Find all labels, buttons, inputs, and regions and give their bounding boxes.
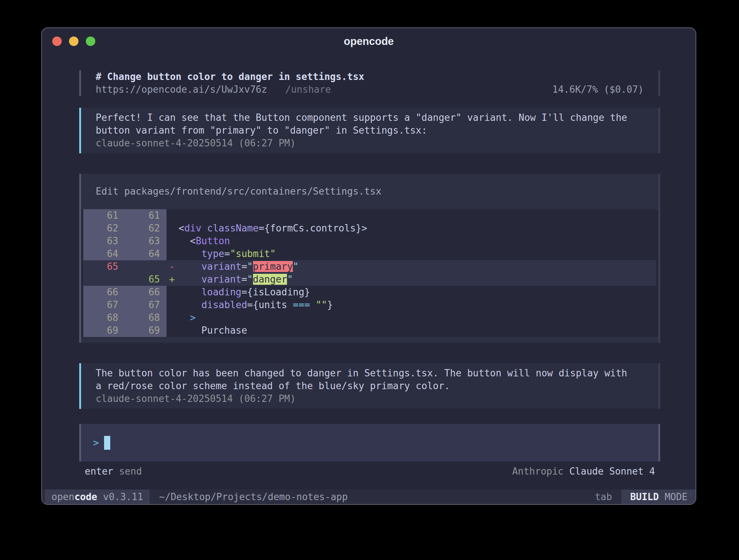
unshare-command[interactable]: /unshare [285, 84, 331, 95]
code-token [179, 261, 202, 272]
share-url[interactable]: https://opencode.ai/s/UwJxv76z [96, 84, 267, 95]
line-number-old: 66 [83, 286, 125, 299]
app-version: v0.3.11 [103, 491, 143, 502]
code-token [310, 299, 316, 310]
diff-row: 6767 disabled={units === ""} [83, 299, 656, 311]
diff-sign [166, 209, 179, 222]
code-token: Purchase [179, 325, 247, 336]
model-indicator: Anthropic Claude Sonnet 4 [512, 465, 655, 478]
share-url-group: https://opencode.ai/s/UwJxv76z /unshare [96, 83, 331, 96]
diff-sign [166, 286, 179, 299]
zoom-window-button[interactable] [86, 37, 95, 46]
line-number-old: 68 [83, 311, 125, 324]
code-line: disabled={units === ""} [179, 299, 333, 311]
line-number-new [125, 260, 166, 273]
diff-row: 6161 [83, 209, 656, 222]
prompt-input[interactable]: > [79, 424, 660, 461]
message-model-timestamp: claude-sonnet-4-20250514 (06:27 PM) [96, 137, 644, 150]
code-token: = [241, 274, 247, 285]
mode-label-build: BUILD [630, 491, 659, 502]
code-token: } [327, 299, 333, 310]
diff-row: 6262<div className={formCs.controls}> [83, 222, 656, 235]
line-number-new: 67 [125, 299, 166, 311]
terminal-window: opencode # Change button color to danger… [41, 27, 696, 505]
code-token: ={formCs.controls}> [259, 223, 367, 234]
edit-tool-header: Edit packages/frontend/src/containers/Se… [81, 174, 658, 209]
diff-row: 6868 > [83, 311, 656, 324]
code-token: variant [202, 261, 242, 272]
working-directory: ~/Desktop/Projects/demo-notes-app [159, 491, 348, 502]
app-version-chip: opencode v0.3.11 [45, 490, 150, 504]
traffic-lights [52, 28, 95, 54]
code-token [179, 274, 202, 285]
assistant-message: Perfect! I can see that the Button compo… [79, 108, 660, 153]
assistant-message: The button color has been changed to dan… [79, 363, 660, 409]
code-line: <div className={formCs.controls}> [179, 222, 367, 235]
code-token: ={units [247, 299, 293, 310]
code-token: type [202, 248, 225, 259]
mode-label-mode: MODE [665, 491, 688, 502]
close-window-button[interactable] [52, 37, 62, 46]
code-token: disabled [202, 299, 247, 310]
diff-row: 6969 Purchase [83, 324, 656, 337]
code-token: " [247, 274, 253, 285]
line-number-old: 62 [83, 222, 125, 235]
diff-view: 61616262<div className={formCs.controls}… [81, 209, 658, 337]
diff-sign [166, 248, 179, 260]
code-line: <Button [179, 235, 230, 248]
code-token [179, 312, 190, 323]
text-cursor [104, 436, 110, 450]
line-number-new: 64 [125, 248, 166, 260]
diff-sign: - [166, 260, 179, 273]
model-name: Claude Sonnet 4 [569, 466, 655, 477]
code-line: > [179, 311, 196, 324]
diff-sign [166, 222, 179, 235]
message-line: a red/rose color scheme instead of the b… [96, 380, 644, 392]
edit-file-path: packages/frontend/src/containers/Setting… [124, 186, 381, 197]
line-number-old: 64 [83, 248, 125, 260]
line-number-new: 65 [125, 273, 166, 286]
token-usage-stats: 14.6K/7% ($0.07) [552, 83, 644, 96]
diff-sign [166, 324, 179, 337]
line-number-old: 61 [83, 209, 125, 222]
line-number-old: 69 [83, 324, 125, 337]
code-token: Button [196, 235, 230, 246]
edit-action-label: Edit [96, 186, 119, 197]
code-token: div [184, 223, 202, 234]
code-token: " [247, 261, 253, 272]
code-line: type="submit" [179, 248, 276, 260]
code-token: < [179, 235, 196, 246]
diff-row: 6464 type="submit" [83, 248, 656, 260]
app-name-open: open [51, 491, 74, 502]
window-title: opencode [344, 35, 394, 47]
code-token: = [224, 248, 230, 259]
prompt-symbol: > [93, 437, 99, 448]
diff-row: 6363 <Button [83, 235, 656, 248]
diff-sign: + [166, 273, 179, 286]
line-number-old: 65 [83, 260, 125, 273]
message-line: Perfect! I can see that the Button compo… [96, 111, 644, 124]
minimize-window-button[interactable] [69, 37, 79, 46]
diff-sign [166, 299, 179, 311]
code-token: className [207, 223, 259, 234]
code-token [179, 287, 202, 298]
message-line: The button color has been changed to dan… [96, 367, 644, 380]
model-provider: Anthropic [512, 466, 564, 477]
session-header: # Change button color to danger in setti… [79, 70, 660, 96]
line-number-old: 63 [83, 235, 125, 248]
code-token [179, 248, 202, 259]
code-token: "" [316, 299, 327, 310]
code-token: < [179, 223, 184, 234]
code-line: loading={isLoading} [179, 286, 310, 299]
diff-sign [166, 311, 179, 324]
line-number-new: 61 [125, 209, 166, 222]
code-token: loading [202, 287, 242, 298]
tab-key-hint[interactable]: tab [595, 491, 612, 502]
code-line: Purchase [179, 324, 247, 337]
line-number-new: 63 [125, 235, 166, 248]
code-token [179, 299, 202, 310]
code-token: variant [202, 274, 242, 285]
line-number-new: 62 [125, 222, 166, 235]
message-line: button variant from "primary" to "danger… [96, 124, 644, 137]
app-name-code: code [74, 491, 97, 502]
